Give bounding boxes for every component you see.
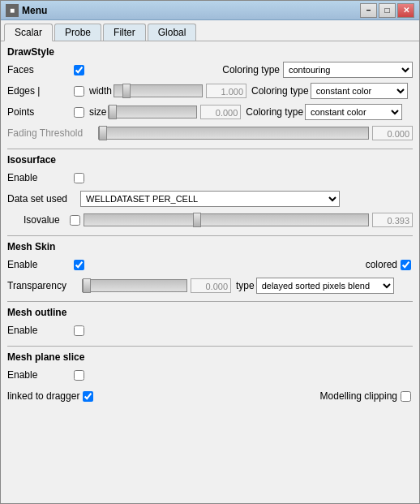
window-controls: – □ ✕ [360, 3, 414, 18]
faces-checkbox[interactable] [74, 65, 84, 75]
dataset-select[interactable]: WELLDATASET PER_CELL [80, 191, 340, 207]
edges-label: Edges | [7, 85, 72, 97]
transparency-slider[interactable] [82, 279, 187, 292]
isovalue-value: 0.393 [372, 213, 413, 227]
faces-coloring-type-label: Coloring type [222, 64, 280, 75]
isosurface-enable-row: Enable [7, 169, 413, 187]
linked-to-dragger-label: linked to dragger [7, 390, 79, 402]
points-coloring-select[interactable]: constant color contouring rainbow [305, 104, 402, 120]
window-title: Menu [22, 5, 360, 16]
mesh-plane-slice-title: Mesh plane slice [7, 351, 413, 363]
drawstyle-title: DrawStyle [7, 46, 413, 58]
mesh-outline-enable-row: Enable [7, 321, 413, 339]
tab-filter[interactable]: Filter [103, 24, 146, 41]
isosurface-section: Isosurface Enable Data set used WELLDATA… [7, 154, 413, 229]
transparency-row: Transparency 0.000 type delayed sorted p… [7, 277, 413, 295]
edges-coloring-label: Coloring type [251, 85, 309, 97]
isosurface-title: Isosurface [7, 154, 413, 166]
points-size-value: 0.000 [200, 105, 241, 119]
title-bar: ■ Menu – □ ✕ [1, 1, 419, 20]
drawstyle-section: DrawStyle Faces Coloring type contouring… [7, 46, 413, 142]
points-coloring-label: Coloring type [246, 106, 303, 118]
tab-content: DrawStyle Faces Coloring type contouring… [1, 41, 419, 503]
mesh-plane-slice-enable-checkbox[interactable] [74, 370, 84, 381]
colored-label: colored [366, 259, 397, 270]
points-size-slider[interactable] [108, 106, 197, 118]
transparency-value: 0.000 [191, 278, 231, 293]
edges-width-value: 1.000 [206, 84, 246, 98]
edges-row: Edges | width 1.000 Coloring type consta… [7, 82, 413, 100]
fading-label: Fading Threshold [7, 127, 96, 139]
type-label: type [236, 280, 255, 291]
dataset-row: Data set used WELLDATASET PER_CELL [7, 190, 413, 208]
linked-to-dragger-checkbox[interactable] [83, 391, 93, 402]
faces-coloring-select[interactable]: contouring constant color rainbow user d… [283, 62, 413, 78]
isovalue-label: Isovalue [24, 214, 68, 226]
fading-slider[interactable] [98, 127, 369, 140]
mesh-skin-section: Mesh Skin Enable colored Transparency 0.… [7, 241, 413, 295]
fading-value: 0.000 [372, 126, 413, 140]
modelling-clipping-checkbox[interactable] [401, 391, 411, 402]
mesh-skin-title: Mesh Skin [7, 241, 413, 252]
points-checkbox[interactable] [74, 107, 84, 118]
edges-coloring-select[interactable]: constant color contouring rainbow [311, 83, 408, 99]
divider-3 [7, 301, 413, 302]
divider-2 [7, 235, 413, 236]
linked-dragger-row: linked to dragger Modelling clipping [7, 387, 413, 405]
edges-width-slider[interactable] [114, 84, 203, 97]
tab-scalar[interactable]: Scalar [4, 24, 53, 41]
colored-checkbox[interactable] [401, 260, 411, 270]
mesh-plane-slice-enable-label: Enable [7, 369, 72, 381]
isovalue-checkbox[interactable] [70, 215, 80, 226]
mesh-plane-slice-enable-row: Enable [7, 366, 413, 384]
mesh-outline-enable-label: Enable [7, 325, 72, 336]
mesh-outline-title: Mesh outline [7, 307, 413, 318]
type-select[interactable]: delayed sorted pixels blend alpha blend … [256, 278, 394, 294]
modelling-clipping-label: Modelling clipping [320, 390, 397, 402]
mesh-skin-enable-checkbox[interactable] [74, 260, 84, 270]
isovalue-slider[interactable] [84, 213, 369, 226]
maximize-button[interactable]: □ [379, 3, 396, 18]
mesh-outline-enable-checkbox[interactable] [74, 325, 84, 336]
minimize-button[interactable]: – [360, 3, 377, 18]
main-window: ■ Menu – □ ✕ Scalar Probe Filter Global … [0, 0, 420, 504]
mesh-skin-enable-row: Enable colored [7, 256, 413, 274]
mesh-plane-slice-section: Mesh plane slice Enable linked to dragge… [7, 351, 413, 405]
edges-checkbox[interactable] [74, 86, 84, 97]
isovalue-row: Isovalue 0.393 [7, 211, 413, 229]
faces-label: Faces [7, 64, 72, 75]
close-button[interactable]: ✕ [397, 3, 414, 18]
mesh-outline-section: Mesh outline Enable [7, 307, 413, 339]
isosurface-enable-label: Enable [7, 172, 72, 183]
size-label: size [89, 106, 106, 118]
tab-bar: Scalar Probe Filter Global [1, 20, 419, 41]
dataset-label: Data set used [7, 193, 80, 205]
fading-row: Fading Threshold 0.000 [7, 124, 413, 142]
faces-row: Faces Coloring type contouring constant … [7, 61, 413, 79]
tab-probe[interactable]: Probe [54, 24, 101, 41]
points-label: Points [7, 106, 72, 118]
mesh-skin-enable-label: Enable [7, 259, 72, 270]
divider-4 [7, 346, 413, 347]
width-label: width [89, 85, 112, 97]
window-icon: ■ [6, 4, 19, 17]
transparency-label: Transparency [7, 280, 80, 291]
isosurface-enable-checkbox[interactable] [74, 173, 84, 183]
tab-global[interactable]: Global [148, 24, 197, 41]
points-row: Points size 0.000 Coloring type constant… [7, 103, 413, 121]
divider-1 [7, 149, 413, 149]
